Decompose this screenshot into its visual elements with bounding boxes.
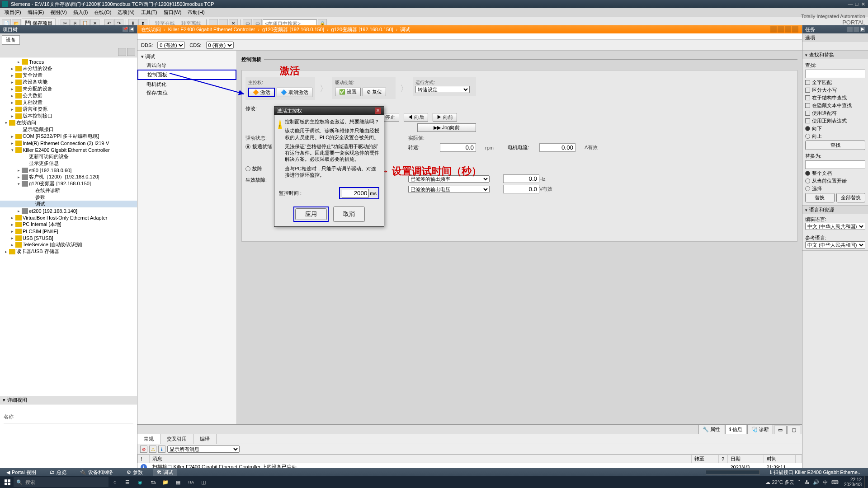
output-volt-select[interactable]: 已滤波的输出电压 xyxy=(408,186,490,193)
edge-icon[interactable]: ◉ xyxy=(134,477,146,488)
cds-select[interactable]: 0 (有效) xyxy=(206,42,234,49)
filter-info-icon[interactable]: ℹ xyxy=(158,446,165,453)
scope-sel-radio[interactable] xyxy=(805,186,810,191)
tab-info[interactable]: ℹ 信息 xyxy=(725,425,746,434)
devnet-tab[interactable]: 🔌 设备和网络 xyxy=(76,469,117,476)
reset-button[interactable]: ⊘ 复位 xyxy=(363,88,386,96)
window-controls[interactable]: —□✕ xyxy=(847,1,866,7)
activate-button[interactable]: 🔶 激活 xyxy=(248,88,275,97)
menu-online[interactable]: 在线(O) xyxy=(91,8,114,17)
menu-tools[interactable]: 工具(T) xyxy=(138,8,160,17)
inspector-min-icon[interactable]: ▭ xyxy=(774,426,787,434)
tree-node[interactable]: ▸文档设置 xyxy=(0,99,137,106)
menu-insert[interactable]: 插入(I) xyxy=(71,8,90,17)
tasks-collapse-icon[interactable]: ▶ xyxy=(860,27,865,32)
hidden-checkbox[interactable] xyxy=(805,103,810,108)
output-freq-select[interactable]: 已滤波的输出频率 xyxy=(408,175,490,183)
edit-lang-select[interactable]: 中文 (中华人民共和国) xyxy=(805,223,865,230)
bc-restore-icon[interactable] xyxy=(785,26,791,33)
tree-node[interactable]: ▸跨设备功能 xyxy=(0,79,137,85)
cortana-icon[interactable]: ○ xyxy=(108,477,121,488)
tree-node[interactable]: ▸PLCSIM [PN/IE] xyxy=(0,228,137,235)
tree-node[interactable]: 在线并诊断 xyxy=(0,187,137,194)
menu-edit[interactable]: 编辑(E) xyxy=(25,8,47,17)
bc-close-icon[interactable] xyxy=(792,26,798,33)
cancel-button[interactable]: 取消 xyxy=(333,206,365,222)
params-tab[interactable]: ⚙ 参数 xyxy=(123,469,146,476)
tray-net-icon[interactable]: 🖧 xyxy=(804,479,809,485)
dialog-close-icon[interactable]: ✕ xyxy=(375,108,381,114)
tree-node[interactable]: ▸客户机（1200）[192.168.0.120] xyxy=(0,174,137,180)
tree-node[interactable]: ▾在线访问 xyxy=(0,119,137,126)
replace-all-button[interactable]: 全部替换 xyxy=(836,193,866,202)
tray-ime-icon[interactable]: 中 xyxy=(823,479,828,486)
tree-node[interactable]: ▸VirtualBox Host-Only Ethernet Adapter xyxy=(0,214,137,221)
tree-node[interactable]: ▸COM [RS232/PPI 多主站编程电缆] xyxy=(0,133,137,140)
app2-icon[interactable]: ◫ xyxy=(197,477,210,488)
back-button[interactable]: ◀ 向后 xyxy=(404,113,428,122)
tree-node[interactable]: ▸PC internal [本地] xyxy=(0,221,137,228)
menu-help[interactable]: 帮助(H) xyxy=(185,8,207,17)
wholeword-checkbox[interactable] xyxy=(805,80,810,85)
forward-button[interactable]: ▶ 向前 xyxy=(433,113,457,122)
tia-icon[interactable]: TIA xyxy=(184,477,197,488)
dir-down-radio[interactable] xyxy=(805,126,810,131)
tray-keyboard-icon[interactable]: ⌨ xyxy=(831,479,839,485)
portal-view-button[interactable]: ◀ Portal 视图 xyxy=(3,469,40,476)
lang-header[interactable]: ▾语言和资源 xyxy=(802,206,868,214)
scope-doc-radio[interactable] xyxy=(805,171,810,176)
weather-widget[interactable]: ☁ 22°C 多云 xyxy=(765,479,794,486)
op-mode-select[interactable]: 转速设定 xyxy=(415,86,470,93)
tree-node[interactable]: ▾g120变频器 [192.168.0.150] xyxy=(0,180,137,187)
commission-tab[interactable]: 🛠 调试 xyxy=(153,469,177,476)
tree-tool-2[interactable] xyxy=(127,48,135,56)
show-desktop[interactable] xyxy=(864,476,867,488)
tab-properties[interactable]: 🔧 属性 xyxy=(698,425,724,434)
nav-motor-opt[interactable]: 电机优化 xyxy=(137,80,236,89)
tree-tool-1[interactable] xyxy=(118,48,126,56)
tab-diagnostics[interactable]: 🩺 诊断 xyxy=(747,425,773,434)
detail-view-header[interactable]: ▾详细视图 xyxy=(0,396,137,404)
taskbar-clock[interactable]: 22:122023/4/3 xyxy=(841,477,864,487)
taskbar-search[interactable]: 🔍 搜索 xyxy=(14,477,108,487)
tree-node[interactable]: ▸et200 [192.168.0.140] xyxy=(0,207,137,214)
tree-node[interactable]: ▸未分组的设备 xyxy=(0,65,137,72)
subtab-compile[interactable]: 编译 xyxy=(193,434,217,444)
tasks-tool-icon[interactable] xyxy=(847,27,853,32)
tray-chevron-icon[interactable]: ˄ xyxy=(798,479,801,485)
find-button[interactable]: 查找 xyxy=(805,141,865,150)
nav-control-panel[interactable]: 控制面板 xyxy=(137,70,236,80)
tree-node[interactable]: ▸版本控制接口 xyxy=(0,113,137,119)
tree-node[interactable]: ▸语言和资源 xyxy=(0,106,137,113)
tree-node[interactable]: ▸读卡器/USB 存储器 xyxy=(0,248,137,255)
bc-min-icon[interactable] xyxy=(770,26,777,33)
devices-tab[interactable]: 设备 xyxy=(2,35,20,45)
tree-node[interactable]: ▸TeleService [自动协议识别] xyxy=(0,241,137,248)
nav-header[interactable]: ▾ 调试 xyxy=(137,52,236,61)
monitor-time-input[interactable] xyxy=(342,189,369,197)
find-replace-header[interactable]: ▾查找和替换 xyxy=(802,51,868,59)
menu-view[interactable]: 视图(V) xyxy=(47,8,70,17)
wildcard-checkbox[interactable] xyxy=(805,111,810,116)
bc-max-icon[interactable] xyxy=(778,26,784,33)
store-icon[interactable]: 🛍 xyxy=(146,477,159,488)
replace-button[interactable]: 替换 xyxy=(805,193,835,202)
tree-node[interactable]: ▸公共数据 xyxy=(0,92,137,99)
matchcase-checkbox[interactable] xyxy=(805,88,810,93)
find-input[interactable] xyxy=(805,70,865,78)
tree-node[interactable]: ▸安全设置 xyxy=(0,72,137,79)
deactivate-button[interactable]: 🔷 取消激活 xyxy=(277,88,312,97)
pane-pin-icon[interactable]: 📌 xyxy=(123,27,128,32)
menu-window[interactable]: 窗口(W) xyxy=(161,8,184,17)
substruct-checkbox[interactable] xyxy=(805,95,810,100)
scope-pos-radio[interactable] xyxy=(805,178,810,183)
set-button[interactable]: ✅ 设置 xyxy=(335,88,361,96)
tree-node[interactable]: ▸Traces xyxy=(0,58,137,65)
taskview-icon[interactable]: ☰ xyxy=(121,477,134,488)
menu-project[interactable]: 项目(P) xyxy=(2,8,24,17)
subtab-general[interactable]: 常规 xyxy=(137,434,160,444)
subtab-xref[interactable]: 交叉引用 xyxy=(160,434,193,444)
tree-node[interactable]: 调试 xyxy=(0,201,137,207)
tree-node[interactable]: 显示/隐藏接口 xyxy=(0,126,137,133)
nav-save-restore[interactable]: 保存/复位 xyxy=(137,89,236,97)
